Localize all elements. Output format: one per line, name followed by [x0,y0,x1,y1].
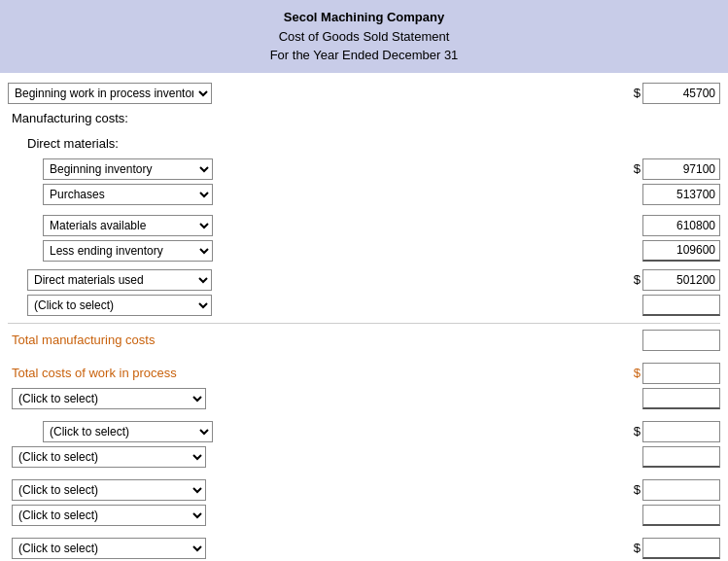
direct-materials-used-value[interactable] [642,269,720,291]
dollar-sign-1: $ [634,86,641,100]
materials-available-row: Materials available [8,213,720,238]
beginning-inventory-value[interactable] [642,158,720,180]
dollar-sign-6: $ [634,482,641,497]
purchases-dropdown-wrapper[interactable]: Purchases [43,184,223,205]
total-manufacturing-costs-value[interactable] [642,330,720,351]
less-ending-value[interactable] [642,240,720,262]
click-select-4-wrapper[interactable]: (Click to select) [12,446,216,468]
click-select-dropdown-7[interactable]: (Click to select) [12,538,206,559]
report-content: Beginning work in process inventory $ Ma… [0,73,728,562]
direct-materials-used-row: Direct materials used $ [8,267,720,293]
beginning-inventory-dropdown-wrapper[interactable]: Beginning inventory [43,158,223,180]
less-ending-dropdown-wrapper[interactable]: Less ending inventory [43,240,223,262]
total-costs-wip-row: Total costs of work in process $ [8,361,720,386]
dollar-sign-4: $ [634,366,641,380]
beginning-wip-value[interactable] [642,83,720,104]
beginning-wip-dropdown-wrapper[interactable]: Beginning work in process inventory [8,83,222,104]
click-select-dropdown-5[interactable]: (Click to select) [12,479,206,501]
click-select-row-1: (Click to select) [8,293,720,318]
beginning-wip-dropdown[interactable]: Beginning work in process inventory [8,83,212,104]
click-select-2-wrapper[interactable]: (Click to select) [12,388,216,409]
dollar-sign-5: $ [634,424,641,438]
total-costs-wip-label: Total costs of work in process [12,366,177,380]
click-select-dropdown-1[interactable]: (Click to select) [27,295,212,316]
direct-materials-used-dropdown-wrapper[interactable]: Direct materials used [27,269,222,291]
click-select-3-wrapper[interactable]: (Click to select) [43,421,223,442]
report-header: Secol Machining Company Cost of Goods So… [0,0,728,73]
dollar-sign-7: $ [634,541,641,555]
beginning-inventory-row: Beginning inventory $ [8,157,720,182]
less-ending-inventory-row: Less ending inventory [8,238,720,263]
click-select-3-value[interactable] [642,421,720,442]
purchases-dropdown[interactable]: Purchases [43,184,213,205]
purchases-row: Purchases [8,182,720,207]
click-select-1-value[interactable] [642,295,720,316]
click-select-6-wrapper[interactable]: (Click to select) [12,505,216,526]
click-select-dropdown-6[interactable]: (Click to select) [12,505,206,526]
dollar-sign-3: $ [634,272,641,287]
purchases-value[interactable] [642,184,720,205]
click-select-dropdown-2[interactable]: (Click to select) [12,388,206,409]
total-manufacturing-costs-label: Total manufacturing costs [12,333,155,347]
report-period: For the Year Ended December 31 [4,46,724,65]
total-manufacturing-costs-row: Total manufacturing costs [8,328,720,353]
materials-available-dropdown-wrapper[interactable]: Materials available [43,215,223,236]
click-select-7-value[interactable] [642,538,720,559]
click-select-4-value[interactable] [642,446,720,468]
total-costs-wip-value[interactable] [642,363,720,384]
click-select-2-value[interactable] [642,388,720,409]
click-select-row-2: (Click to select) [8,386,720,411]
click-select-6-value[interactable] [642,505,720,526]
materials-available-value[interactable] [642,215,720,236]
click-select-row-7: (Click to select) $ [8,536,720,561]
click-select-row-3: (Click to select) $ [8,419,720,444]
direct-materials-label: Direct materials: [27,136,119,151]
click-select-5-value[interactable] [642,479,720,501]
page-container: Secol Machining Company Cost of Goods So… [0,0,728,561]
click-select-1-wrapper[interactable]: (Click to select) [27,295,222,316]
click-select-7-wrapper[interactable]: (Click to select) [12,538,216,559]
direct-materials-label-row: Direct materials: [8,131,720,157]
beginning-inventory-dropdown[interactable]: Beginning inventory [43,158,213,180]
click-select-dropdown-4[interactable]: (Click to select) [12,446,206,468]
beginning-wip-row: Beginning work in process inventory $ [8,81,720,106]
company-name: Secol Machining Company [4,8,724,27]
manufacturing-costs-label-row: Manufacturing costs: [8,106,720,131]
click-select-5-wrapper[interactable]: (Click to select) [12,479,216,501]
click-select-row-4: (Click to select) [8,444,720,470]
dollar-sign-2: $ [634,161,641,176]
materials-available-dropdown[interactable]: Materials available [43,215,213,236]
direct-materials-used-dropdown[interactable]: Direct materials used [27,269,212,291]
report-title: Cost of Goods Sold Statement [4,27,724,47]
manufacturing-costs-label: Manufacturing costs: [12,111,128,125]
click-select-dropdown-3[interactable]: (Click to select) [43,421,213,442]
click-select-row-5: (Click to select) $ [8,477,720,503]
less-ending-dropdown[interactable]: Less ending inventory [43,240,213,262]
click-select-row-6: (Click to select) [8,503,720,528]
